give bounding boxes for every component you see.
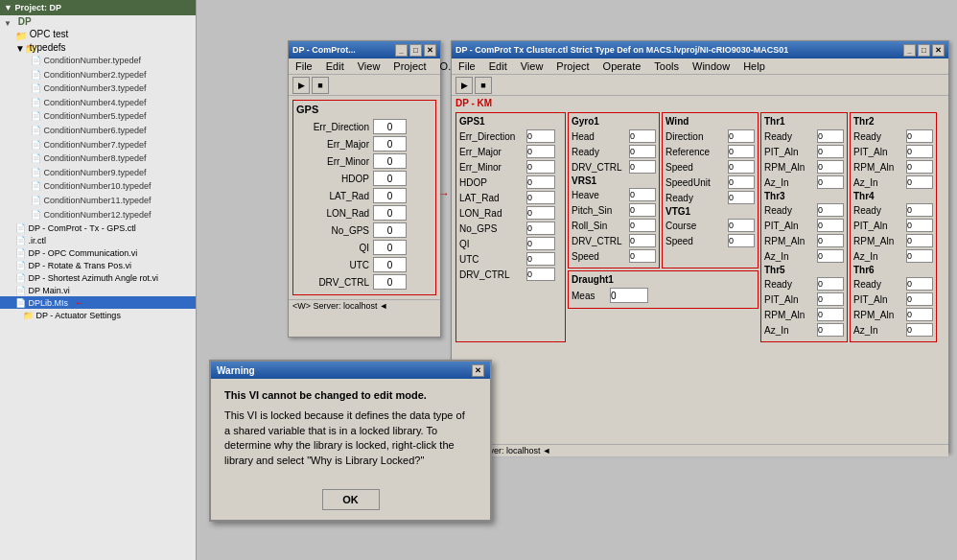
vrs1-speed-val[interactable] [629, 249, 656, 263]
cluster-menu-view[interactable]: View [518, 59, 547, 73]
toolbar-stop[interactable]: ■ [312, 77, 329, 94]
gps1-lon-val[interactable] [526, 206, 555, 220]
value-utc[interactable] [373, 257, 407, 272]
typedef-child-8[interactable]: 📄 ConditionNumber8.typedef [31, 152, 196, 166]
thr2-ready-val[interactable] [906, 129, 933, 143]
thr4-ready-val[interactable] [906, 203, 933, 217]
vrs1-drv-val[interactable] [629, 234, 656, 247]
vtg1-speed-val[interactable] [728, 234, 755, 247]
thr3-pit-val[interactable] [817, 219, 844, 232]
typedef-child-10[interactable]: 📄 ConditionNumber10.typedef [31, 179, 196, 194]
cluster-toolbar-run[interactable]: ▶ [455, 77, 473, 94]
menu-file[interactable]: File [292, 59, 315, 73]
toolbar-run[interactable]: ▶ [292, 77, 310, 94]
thr4-az-val[interactable] [906, 249, 933, 263]
gyro1-drv-val[interactable] [629, 160, 656, 174]
thr5-rpm-val[interactable] [817, 308, 844, 321]
sidebar-item-opc[interactable]: 📄 DP - OPC Communication.vi [0, 246, 196, 259]
meas-value[interactable] [610, 288, 648, 303]
vtg1-course-val[interactable] [728, 219, 755, 232]
warning-dialog[interactable]: Warning ✕ This VI cannot be changed to e… [209, 360, 492, 522]
cluster-menu-window[interactable]: Window [689, 59, 733, 73]
sidebar-item-typedefs[interactable]: ▼📁 typedefs [0, 41, 196, 54]
wind-speed-val[interactable] [728, 160, 755, 174]
thr3-ready-val[interactable] [817, 203, 844, 217]
sidebar-item-irctl[interactable]: 📄 .ir.ctl [0, 234, 196, 246]
thr6-az-val[interactable] [906, 323, 933, 337]
minimize-btn[interactable]: _ [395, 44, 408, 57]
thr2-rpm-val[interactable] [906, 160, 933, 174]
comprot-titlebar[interactable]: DP - ComProt... _ □ ✕ [289, 41, 440, 58]
gps1-utc-val[interactable] [526, 252, 555, 266]
dialog-titlebar[interactable]: Warning ✕ [211, 362, 490, 379]
cluster-toolbar-stop[interactable]: ■ [475, 77, 492, 94]
thr5-ready-val[interactable] [817, 277, 844, 291]
thr1-ready-val[interactable] [817, 129, 844, 143]
ok-button[interactable]: OK [322, 489, 380, 510]
gyro1-ready-val[interactable] [629, 145, 656, 158]
typedef-child-7[interactable]: 📄 ConditionNumber7.typedef [31, 138, 196, 152]
value-err-major[interactable] [373, 136, 407, 152]
vrs1-roll-val[interactable] [629, 219, 656, 232]
thr1-pit-val[interactable] [817, 145, 844, 158]
value-lon-rad[interactable] [373, 205, 407, 221]
cluster-menu-operate[interactable]: Operate [600, 59, 644, 73]
thr4-pit-val[interactable] [906, 219, 933, 232]
sidebar-item-azimuth[interactable]: 📄 DP - Shortest Azimuth Angle rot.vi [0, 271, 196, 284]
gps1-drv-val[interactable] [526, 268, 555, 281]
thr2-pit-val[interactable] [906, 145, 933, 158]
thr5-pit-val[interactable] [817, 292, 844, 306]
close-btn[interactable]: ✕ [424, 44, 436, 57]
menu-project[interactable]: Project [390, 59, 429, 73]
typedef-child-2[interactable]: 📄 ConditionNumber2.typedef [31, 68, 196, 82]
typedef-child-12[interactable]: 📄 ConditionNumber12.typedef [31, 208, 196, 222]
cluster-minimize[interactable]: _ [903, 44, 916, 57]
sidebar-item-gpsctl[interactable]: 📄 DP - ComProt - Tx - GPS.ctl [0, 222, 196, 234]
sidebar-item-opctest[interactable]: 📁 OPC test [0, 28, 196, 40]
value-qi[interactable] [373, 240, 407, 255]
maximize-btn[interactable]: □ [409, 44, 422, 57]
thr3-rpm-val[interactable] [817, 234, 844, 247]
vrs1-heave-val[interactable] [629, 188, 656, 201]
cluster-menu-project[interactable]: Project [553, 59, 592, 73]
value-err-minor[interactable] [373, 153, 407, 169]
cluster-maximize[interactable]: □ [918, 44, 930, 57]
dialog-close-btn[interactable]: ✕ [472, 364, 484, 377]
wind-ready-val[interactable] [728, 191, 755, 204]
typedef-child-6[interactable]: 📄 ConditionNumber6.typedef [31, 124, 196, 138]
gps1-err-maj-val[interactable] [526, 145, 555, 158]
cluster-menu-file[interactable]: File [455, 59, 478, 73]
thr6-ready-val[interactable] [906, 277, 933, 291]
thr1-az-val[interactable] [817, 175, 844, 189]
typedef-child-4[interactable]: 📄 ConditionNumber4.typedef [31, 96, 196, 110]
cluster-menu-tools[interactable]: Tools [651, 59, 682, 73]
sidebar-item-dplib[interactable]: 📄 DPLib.MIs ← [0, 296, 196, 309]
typedef-child-3[interactable]: 📄 ConditionNumber3.typedef [31, 82, 196, 96]
typedef-child-5[interactable]: 📄 ConditionNumber5.typedef [31, 109, 196, 124]
cluster-close[interactable]: ✕ [932, 44, 945, 57]
thr1-rpm-val[interactable] [817, 160, 844, 174]
value-lat-rad[interactable] [373, 188, 407, 203]
value-drv-ctrl[interactable] [373, 274, 407, 290]
gyro1-head-val[interactable] [629, 129, 656, 143]
thr3-az-val[interactable] [817, 249, 844, 263]
gps1-hdop-val[interactable] [526, 175, 555, 189]
gps1-qi-val[interactable] [526, 237, 555, 250]
thr5-az-val[interactable] [817, 323, 844, 337]
sidebar-item-rotate[interactable]: 📄 DP - Rotate & Trans Pos.vi [0, 259, 196, 271]
gps1-err-dir-val[interactable] [526, 129, 555, 143]
thr2-az-val[interactable] [906, 175, 933, 189]
vrs1-pitch-val[interactable] [629, 203, 656, 217]
gps1-nogps-val[interactable] [526, 222, 555, 235]
thr4-rpm-val[interactable] [906, 234, 933, 247]
wind-speedunit-val[interactable] [728, 175, 755, 189]
cluster-titlebar[interactable]: DP - ComProt Tx Cluster.ctl Strict Type … [452, 41, 948, 58]
sidebar-item-actuator[interactable]: 📁 DP - Actuator Settings [0, 309, 196, 321]
sidebar-item-dp[interactable]: DP [0, 15, 196, 28]
typedef-child-11[interactable]: 📄 ConditionNumber11.typedef [31, 194, 196, 208]
gps1-err-min-val[interactable] [526, 160, 555, 174]
gps1-lat-val[interactable] [526, 191, 555, 204]
typedef-child-1[interactable]: 📄 ConditionNumber.typedef [31, 54, 196, 68]
value-no-gps[interactable] [373, 222, 407, 238]
sidebar-item-dpmain[interactable]: 📄 DP Main.vi [0, 284, 196, 296]
